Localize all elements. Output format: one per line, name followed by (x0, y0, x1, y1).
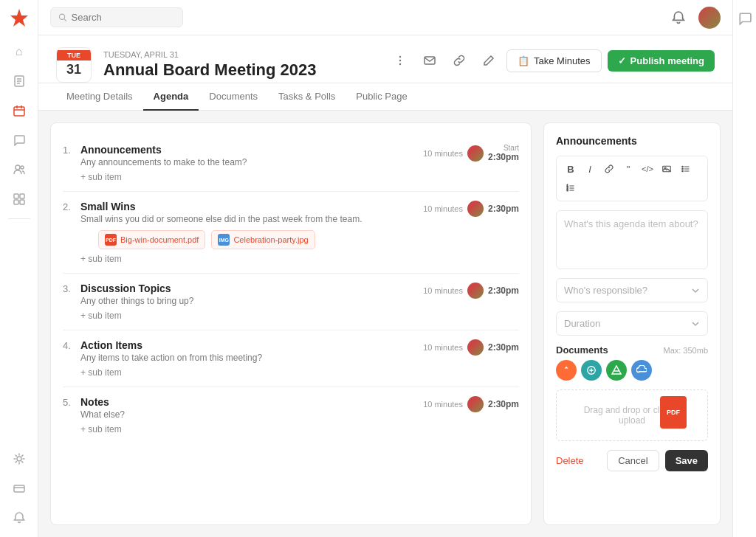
agenda-duration-5: 10 minutes (423, 400, 463, 409)
sidebar-calendar[interactable] (6, 97, 32, 124)
upload-drive-button[interactable] (606, 360, 627, 381)
agenda-item-3: 3. Discussion Topics Any other things to… (63, 274, 519, 330)
svg-point-9 (16, 165, 20, 170)
tab-documents[interactable]: Documents (199, 83, 268, 111)
editor-placeholder: What's this agenda item about? (564, 218, 698, 229)
svg-rect-16 (14, 485, 24, 492)
sub-item-btn-1[interactable]: + sub item (63, 167, 519, 182)
agenda-start-time-1: 2:30pm (488, 152, 519, 162)
agenda-item-5: 5. Notes What else? 10 minutes 2:30pm (63, 387, 519, 443)
agenda-title-4[interactable]: Action Items (80, 339, 417, 351)
meeting-title: Annual Board Meeting 2023 (103, 60, 377, 80)
svg-point-10 (21, 166, 24, 169)
sidebar-documents[interactable] (6, 68, 32, 94)
agenda-title-5[interactable]: Notes (80, 396, 417, 408)
sub-item-btn-2[interactable]: + sub item (63, 249, 519, 264)
sidebar-bell[interactable] (6, 505, 32, 531)
bold-button[interactable]: B (563, 161, 579, 177)
code-button[interactable]: </> (639, 161, 656, 177)
upload-direct-button[interactable] (556, 360, 577, 381)
responsible-placeholder: Who's responsible? (564, 285, 647, 296)
svg-point-18 (59, 14, 64, 19)
tab-tasks-polls[interactable]: Tasks & Polls (268, 83, 346, 111)
svg-rect-5 (14, 107, 24, 116)
app-logo[interactable] (7, 6, 31, 30)
link-editor-button[interactable] (601, 161, 617, 177)
file-chip-img[interactable]: IMG Celebration-party.jpg (211, 230, 315, 249)
agenda-item-2: 2. Small Wins Small wins you did or some… (63, 192, 519, 274)
email-button[interactable] (418, 49, 441, 72)
sidebar-home[interactable]: ⌂ (6, 38, 32, 65)
agenda-meta-1: 10 minutes Start 2:30pm (423, 144, 519, 162)
sidebar-bottom (6, 446, 32, 531)
delete-button[interactable]: Delete (556, 455, 584, 466)
edit-button[interactable] (477, 49, 501, 72)
tab-agenda[interactable]: Agenda (143, 83, 199, 111)
agenda-duration-2: 10 minutes (423, 204, 463, 213)
agenda-desc-4: Any items to take action on from this me… (80, 353, 417, 363)
agenda-desc-3: Any other things to bring up? (80, 296, 417, 306)
panel-actions: Delete Cancel Save (556, 450, 708, 471)
sub-item-btn-5[interactable]: + sub item (63, 420, 519, 434)
link-button[interactable] (447, 49, 471, 72)
agenda-title-2[interactable]: Small Wins (80, 201, 417, 212)
image-editor-button[interactable] (659, 161, 675, 177)
tab-public-page[interactable]: Public Page (346, 83, 417, 111)
editor-content-area[interactable]: What's this agenda item about? (556, 210, 708, 269)
agenda-list: 1. Announcements Any announcements to ma… (50, 122, 532, 525)
agenda-num-5: 5. (63, 397, 75, 408)
more-options-button[interactable] (388, 49, 412, 72)
italic-button[interactable]: I (582, 161, 598, 177)
cancel-button[interactable]: Cancel (607, 450, 659, 471)
agenda-title-1[interactable]: Announcements (80, 144, 417, 156)
tab-meeting-details[interactable]: Meeting Details (56, 83, 143, 111)
agenda-avatar-5 (467, 396, 484, 412)
upload-cloud-button[interactable] (631, 360, 652, 381)
agenda-files-2: PDF Big-win-document.pdf IMG Celebration… (80, 230, 417, 249)
agenda-start-time-4: 2:30pm (488, 342, 519, 353)
sidebar-settings[interactable] (6, 446, 32, 472)
publish-meeting-button[interactable]: ✓ Publish meeting (608, 50, 715, 72)
sidebar-chat[interactable] (6, 127, 32, 153)
agenda-duration-3: 10 minutes (423, 286, 463, 295)
search-icon (58, 13, 67, 22)
upload-integration-1-button[interactable] (581, 360, 602, 381)
quote-button[interactable]: " (620, 161, 636, 177)
take-minutes-button[interactable]: 📋 Take Minutes (506, 49, 602, 72)
svg-rect-14 (20, 200, 24, 204)
svg-point-22 (399, 63, 401, 65)
svg-point-21 (399, 60, 401, 61)
svg-point-31 (682, 170, 684, 172)
ordered-list-button[interactable]: 123 (563, 180, 579, 196)
svg-rect-13 (14, 200, 18, 204)
agenda-avatar-4 (467, 339, 484, 356)
tabs: Meeting Details Agenda Documents Tasks &… (38, 83, 732, 111)
sidebar-people[interactable] (6, 156, 32, 183)
svg-marker-0 (10, 9, 28, 27)
save-button[interactable]: Save (665, 450, 708, 471)
notification-bell[interactable] (667, 7, 690, 29)
agenda-meta-4: 10 minutes 2:30pm (423, 339, 519, 356)
responsible-select[interactable]: Who's responsible? (556, 278, 708, 302)
drop-zone[interactable]: Drag and drop or click to upload PDF (556, 389, 708, 441)
sub-item-btn-3[interactable]: + sub item (63, 306, 519, 321)
chat-icon[interactable] (738, 6, 752, 33)
sub-item-btn-4[interactable]: + sub item (63, 363, 519, 378)
badge-day: 31 (66, 60, 81, 79)
file-chip-pdf[interactable]: PDF Big-win-document.pdf (98, 230, 205, 249)
topbar (38, 0, 732, 35)
sidebar: ⌂ (0, 0, 38, 537)
agenda-item-1: 1. Announcements Any announcements to ma… (63, 135, 519, 192)
search-input[interactable] (72, 12, 175, 23)
agenda-title-3[interactable]: Discussion Topics (80, 283, 417, 294)
svg-line-19 (64, 19, 66, 21)
svg-point-20 (399, 56, 401, 58)
panel-title: Announcements (556, 135, 708, 147)
duration-select[interactable]: Duration (556, 311, 708, 336)
sidebar-grid[interactable] (6, 186, 32, 212)
sidebar-payment[interactable] (6, 475, 32, 502)
bullet-list-button[interactable] (678, 161, 694, 177)
user-avatar[interactable] (698, 7, 721, 29)
svg-point-30 (682, 168, 684, 170)
search-box[interactable] (50, 7, 183, 27)
